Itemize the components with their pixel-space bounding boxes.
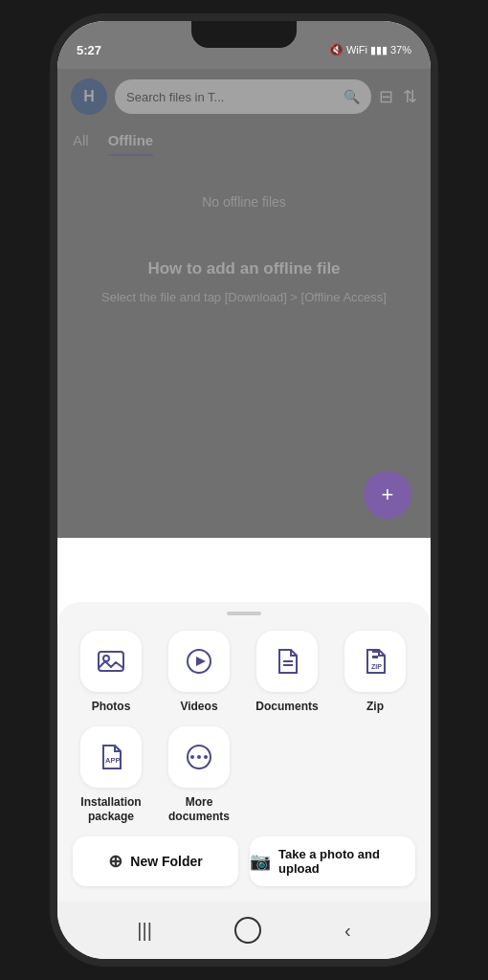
take-photo-button[interactable]: 📷 Take a photo and upload bbox=[250, 836, 415, 886]
time: 5:27 bbox=[77, 43, 101, 57]
photos-icon-box bbox=[80, 631, 142, 692]
zip-label: Zip bbox=[366, 700, 384, 715]
fab-icon: + bbox=[382, 482, 394, 507]
speaker-icon: 🔇 bbox=[329, 43, 344, 56]
grid-item-more-docs[interactable]: Moredocuments bbox=[161, 726, 237, 825]
grid-row-2: APP Installationpackage Moredocuments bbox=[73, 726, 415, 825]
documents-icon-box bbox=[256, 631, 318, 692]
grid-item-zip[interactable]: ZIP Zip bbox=[337, 631, 413, 715]
zip-icon-box: ZIP bbox=[344, 631, 406, 692]
grid-item-documents[interactable]: Documents bbox=[249, 631, 325, 715]
action-buttons-row: ⊕ New Folder 📷 Take a photo and upload bbox=[73, 836, 415, 886]
dim-overlay bbox=[57, 69, 431, 538]
home-button[interactable] bbox=[234, 917, 261, 944]
new-folder-icon: ⊕ bbox=[108, 851, 122, 872]
svg-point-13 bbox=[204, 755, 208, 759]
installation-icon-box: APP bbox=[80, 726, 142, 788]
home-bar: ||| ‹ bbox=[57, 902, 431, 959]
svg-text:ZIP: ZIP bbox=[371, 663, 382, 670]
more-docs-label: Moredocuments bbox=[168, 795, 230, 825]
app-background: H Search files in T... 🔍 ⊟ ⇅ All Offline… bbox=[57, 69, 431, 538]
svg-point-12 bbox=[197, 755, 201, 759]
bottom-sheet: Photos Videos bbox=[57, 602, 431, 902]
grid-row-1: Photos Videos bbox=[73, 631, 415, 715]
wifi-icon: WiFi bbox=[346, 44, 367, 56]
svg-marker-3 bbox=[196, 657, 206, 666]
svg-point-1 bbox=[103, 656, 109, 661]
battery-text: 37% bbox=[390, 44, 411, 56]
signal-icon: ▮▮▮ bbox=[370, 44, 388, 56]
phone-frame: 5:27 🔇 WiFi ▮▮▮ 37% H Search files in T.… bbox=[57, 21, 431, 959]
svg-text:APP: APP bbox=[105, 756, 120, 765]
camera-icon: 📷 bbox=[250, 851, 271, 872]
status-bar: 5:27 🔇 WiFi ▮▮▮ 37% bbox=[57, 21, 431, 69]
documents-label: Documents bbox=[255, 700, 318, 715]
svg-point-11 bbox=[190, 755, 194, 759]
take-photo-label: Take a photo and upload bbox=[278, 847, 415, 876]
more-docs-icon-box bbox=[168, 726, 230, 788]
svg-rect-7 bbox=[372, 656, 378, 658]
notch bbox=[191, 21, 297, 48]
grid-item-installation[interactable]: APP Installationpackage bbox=[73, 726, 149, 825]
recent-apps-icon[interactable]: ||| bbox=[137, 920, 152, 942]
videos-icon-box bbox=[168, 631, 230, 692]
videos-label: Videos bbox=[180, 700, 217, 715]
grid-item-videos[interactable]: Videos bbox=[161, 631, 237, 715]
new-folder-button[interactable]: ⊕ New Folder bbox=[73, 836, 238, 886]
status-icons: 🔇 WiFi ▮▮▮ 37% bbox=[329, 43, 411, 56]
sheet-handle bbox=[227, 612, 261, 615]
installation-label: Installationpackage bbox=[80, 795, 141, 825]
new-folder-label: New Folder bbox=[130, 854, 202, 869]
photos-label: Photos bbox=[92, 700, 131, 715]
svg-rect-6 bbox=[372, 650, 378, 653]
grid-item-photos[interactable]: Photos bbox=[73, 631, 149, 715]
back-icon[interactable]: ‹ bbox=[344, 920, 351, 942]
fab-button[interactable]: + bbox=[364, 471, 411, 519]
